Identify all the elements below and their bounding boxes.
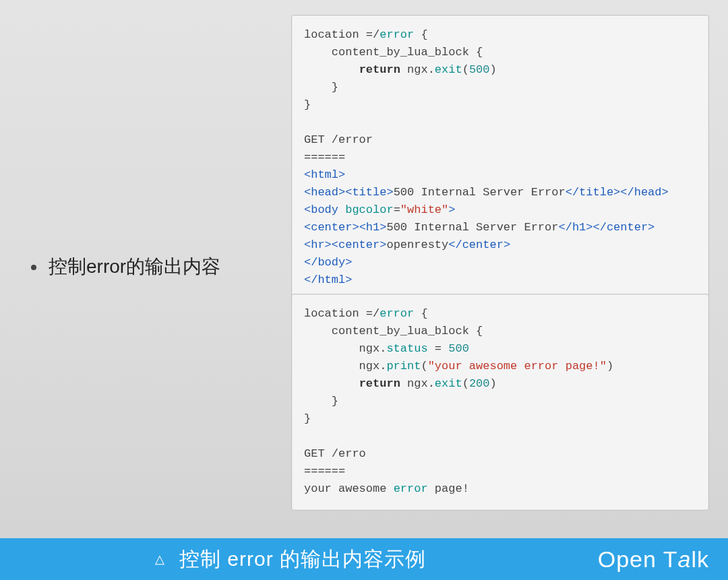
code-block-1-content: location =/error { content_by_lua_block … bbox=[304, 26, 696, 289]
code-block-2-content: location =/error { content_by_lua_block … bbox=[304, 305, 696, 498]
brand-label: Open Talk bbox=[598, 546, 709, 573]
code-block-1: location =/error { content_by_lua_block … bbox=[291, 15, 709, 302]
bullet-line: 控制error的输出内容 bbox=[31, 255, 220, 279]
footer-bar: △ 控制 error 的输出内容示例 Open Talk bbox=[0, 538, 728, 580]
bullet-text-suffix: 的输出内容 bbox=[126, 256, 220, 277]
bullet-text-mid: error bbox=[86, 256, 126, 277]
bullet-dot-icon bbox=[31, 265, 36, 270]
triangle-icon: △ bbox=[155, 552, 164, 567]
bullet-text-prefix: 控制 bbox=[49, 256, 86, 277]
slide: 控制error的输出内容 location =/error { content_… bbox=[0, 0, 728, 580]
code-block-2: location =/error { content_by_lua_block … bbox=[291, 294, 709, 511]
footer-caption: 控制 error 的输出内容示例 bbox=[179, 546, 426, 573]
